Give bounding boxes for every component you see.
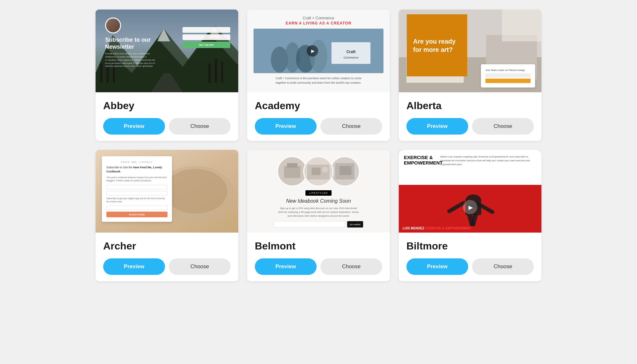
belmont-circle-1 [277,156,307,186]
academy-play-button: ▶ [307,45,318,57]
svg-rect-7 [215,59,217,83]
abbey-choose-button[interactable]: Choose [169,118,231,135]
academy-video-thumbnail: Craft Commerce ▶ [254,29,383,73]
belmont-circle-3 [330,156,360,186]
abbey-text-block: Subscribe to ourNewsletter Provide some … [105,37,156,68]
abbey-cta-btn: GET THE APP [183,42,230,48]
card-belmont: LIFESTYLED New Ideabook Coming Soon Sign… [247,150,390,281]
abbey-btn-text: GET THE APP [199,44,214,46]
archer-desc: This year's cookbook features recipes fr… [106,176,168,182]
biltmore-overlay-text: LUIS MENDEZ EXERCISE & EMPOWERMENT [403,227,538,230]
academy-info: Academy Preview Choose [247,92,390,141]
svg-rect-37 [340,166,351,175]
archer-choose-button[interactable]: Choose [169,258,231,275]
abbey-actions: Preview Choose [103,118,231,135]
svg-rect-30 [287,163,297,168]
alberta-info: Alberta Preview Choose [399,92,541,141]
belmont-actions: Preview Choose [255,258,382,275]
template-grid: Subscribe to ourNewsletter Provide some … [96,10,541,281]
archer-title: Archer [103,240,231,252]
alberta-subscribe-btn [485,79,531,83]
academy-title: Academy [255,100,382,112]
belmont-desc: Sign up to get a 20% early-bird discount… [277,206,360,218]
svg-rect-3 [100,64,103,83]
alberta-cta-text: Join Team Lizzie on Patreon today! [485,69,531,72]
abbey-avatar [105,18,121,33]
abbey-field-name [183,27,230,33]
abbey-info: Abbey Preview Choose [96,92,238,141]
biltmore-info: Biltmore Preview Choose [399,233,541,281]
archer-subscribe-btn: SUBSCRIBE [106,212,168,217]
belmont-email-field [274,221,345,228]
biltmore-actions: Preview Choose [406,258,534,275]
archer-actions: Preview Choose [103,258,231,275]
belmont-circles-group [277,156,360,186]
academy-video-svg: Craft Commerce [254,29,383,73]
academy-choose-button[interactable]: Choose [320,118,382,135]
card-academy: Craft + Commerce EARN A LIVING AS A CREA… [247,10,390,141]
abbey-form: GET THE APP [183,27,230,48]
belmont-choose-button[interactable]: Choose [320,258,382,275]
archer-input-field [106,185,168,189]
belmont-form-row: join waitlist [274,221,363,228]
archer-input-field-2 [106,191,168,195]
academy-description: Craft + Commerce is the premiere event f… [276,76,361,85]
card-archer: FEED ME, LOVELY Subscribe to Get the New… [96,150,238,281]
belmont-circle-1-svg [278,157,306,186]
biltmore-exercise-title: EXERCISE &EMPOWERMENT [404,155,436,165]
belmont-brand-badge: LIFESTYLED [305,190,332,196]
biltmore-title-block: EXERCISE &EMPOWERMENT [404,155,436,180]
abbey-body: Provide some more detail in this content… [105,52,156,68]
belmont-headline: New Ideabook Coming Soon [286,198,351,204]
card-alberta: Are you ready for more art? Join Team Li… [399,10,541,141]
card-biltmore: EXERCISE &EMPOWERMENT Watch Luis' popula… [399,150,541,281]
alberta-headline: Are you ready for more art? [413,37,461,54]
academy-actions: Preview Choose [255,118,382,135]
biltmore-video-section: ▶ LUIS MENDEZ EXERCISE & EMPOWERMENT [399,182,541,233]
svg-rect-23 [502,10,541,41]
card-abbey: Subscribe to ourNewsletter Provide some … [96,10,238,141]
belmont-waitlist-btn: join waitlist [347,221,363,228]
biltmore-title: Biltmore [406,240,534,252]
biltmore-choose-button[interactable]: Choose [472,258,534,275]
preview-thumbnail-academy: Craft + Commerce EARN A LIVING AS A CREA… [247,10,390,92]
biltmore-colored-text: EXERCISE & EMPOWERMENT [425,227,471,230]
alberta-choose-button[interactable]: Choose [472,118,534,135]
belmont-circle-3-svg [331,157,359,186]
svg-rect-33 [311,168,320,175]
belmont-title: Belmont [255,240,382,252]
archer-email-input [106,206,168,210]
abbey-headline: Subscribe to ourNewsletter [105,37,156,50]
archer-info: Archer Preview Choose [96,233,238,281]
svg-text:Craft: Craft [347,50,356,54]
belmont-circle-2 [303,156,333,186]
alberta-title: Alberta [406,100,534,112]
belmont-preview-button[interactable]: Preview [255,258,317,275]
svg-rect-29 [284,166,301,178]
archer-headline: Subscribe to Get the New Feed Me, Lovely… [106,165,168,173]
archer-newsletter-card: FEED ME, LOVELY Subscribe to Get the New… [102,156,172,222]
preview-thumbnail-abbey: Subscribe to ourNewsletter Provide some … [96,10,238,92]
preview-thumbnail-alberta: Are you ready for more art? Join Team Li… [399,10,541,92]
alberta-actions: Preview Choose [406,118,534,135]
academy-tagline: EARN A LIVING AS A CREATOR [286,21,352,25]
abbey-preview-button[interactable]: Preview [103,118,165,135]
svg-rect-8 [221,62,223,83]
svg-point-26 [164,169,227,214]
preview-thumbnail-biltmore: EXERCISE &EMPOWERMENT Watch Luis' popula… [399,150,541,233]
archer-preview-button[interactable]: Preview [103,258,165,275]
alberta-preview-button[interactable]: Preview [406,118,468,135]
abbey-title: Abbey [103,100,231,112]
alberta-email-input [485,74,531,77]
archer-brand: FEED ME, LOVELY [106,161,168,164]
svg-rect-6 [208,64,211,83]
academy-brand: Craft + Commerce [303,16,334,20]
academy-preview-button[interactable]: Preview [255,118,317,135]
svg-point-34 [322,167,328,173]
biltmore-top-section: EXERCISE &EMPOWERMENT Watch Luis' popula… [399,150,541,185]
archer-more-text: Subscribe to get your digital copy and b… [106,197,168,203]
preview-thumbnail-archer: FEED ME, LOVELY Subscribe to Get the New… [96,150,238,233]
biltmore-preview-button[interactable]: Preview [406,258,468,275]
biltmore-play-button: ▶ [463,200,477,214]
svg-text:Commerce: Commerce [344,56,359,59]
